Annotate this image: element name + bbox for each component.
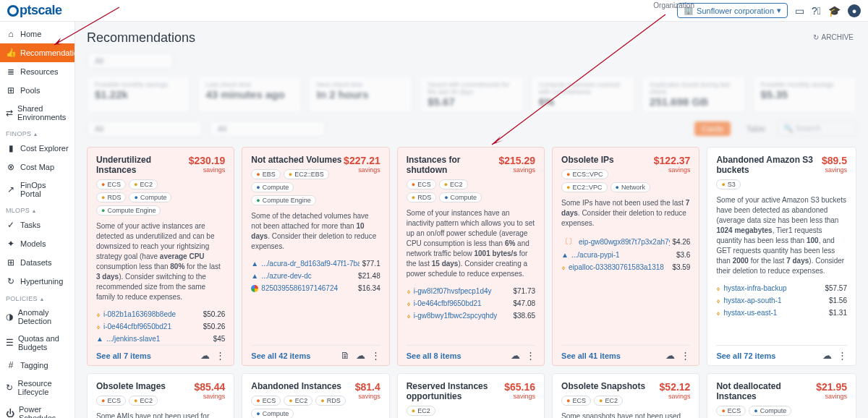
service-tag[interactable]: ● EC2 (439, 179, 468, 189)
document-icon[interactable]: 🗎 (341, 350, 350, 361)
resource-row[interactable]: ▲ .../azure-dev-dc $21.48 (251, 270, 380, 282)
search-input[interactable]: 🔍 Search (777, 120, 856, 137)
cloud-download-icon[interactable]: ☁︎ (822, 350, 832, 361)
sidebar-item-power-schedules[interactable]: ⏻Power Schedules (0, 401, 75, 418)
cloud-download-icon[interactable]: ☁︎ (665, 350, 675, 361)
service-tag[interactable]: ● S3 (716, 179, 740, 189)
service-tag[interactable]: ● Compute (749, 406, 791, 416)
recommendation-card[interactable]: Underutilized Instances ● ECS● EC2● RDS●… (87, 147, 234, 366)
book-icon[interactable]: ▭ (795, 5, 804, 17)
more-icon[interactable]: ⋮ (681, 350, 690, 361)
cloud-download-icon[interactable]: ☁︎ (511, 350, 520, 361)
recommendation-card[interactable]: Obsolete IPs ● ECS::VPC● EC2::VPC● Netwo… (552, 147, 699, 366)
resource-row[interactable]: ⬨ hystax-us-east-1 $1.31 (716, 307, 847, 319)
service-tag[interactable]: ● ECS (407, 179, 436, 189)
sidebar-item-models[interactable]: ✦Models (0, 234, 75, 253)
resource-link[interactable]: ▲ .../acura-dr_8d163af9-47f1-7ba1-ab0c-5… (251, 260, 359, 268)
resource-link[interactable]: 8250395586197146724 (251, 284, 338, 292)
resource-row[interactable]: ⬨ i-0e464cfbf9650bd21 $50.26 (96, 320, 225, 333)
service-tag[interactable]: ● ECS (251, 396, 281, 406)
sidebar-item-cost-map[interactable]: ⊗Cost Map (0, 158, 75, 176)
sidebar-group-finops[interactable]: FinOps (0, 126, 75, 139)
user-avatar[interactable]: ● (848, 4, 861, 17)
resource-row[interactable]: ⬨ i-gw8I2f07hvsfpecp1d4y $71.73 (407, 285, 535, 297)
more-icon[interactable]: ⋮ (526, 350, 535, 361)
sidebar-item-tagging[interactable]: #Tagging (0, 356, 75, 375)
resource-link[interactable]: ▲ .../azure-dev-dc (251, 272, 311, 280)
help-icon[interactable]: ?⃣ (812, 5, 821, 17)
sidebar-item-finops-portal[interactable]: ↗FinOps Portal (0, 176, 75, 202)
sidebar-group-policies[interactable]: Policies (0, 291, 75, 304)
service-tag[interactable]: ● ECS::VPC (561, 169, 608, 179)
recommendation-card[interactable]: Obsolete Images ● ECS● EC2 $85.44 saving… (87, 373, 234, 418)
service-tag[interactable]: ● EC2 (284, 396, 312, 406)
more-icon[interactable]: ⋮ (838, 350, 847, 361)
sidebar-item-shared-environments[interactable]: ⇄Shared Environments (0, 100, 75, 126)
service-tag[interactable]: ● EC2 (129, 396, 158, 406)
service-tag[interactable]: ● ECS (561, 396, 591, 406)
sidebar-item-tasks[interactable]: ✓Tasks (0, 216, 75, 234)
sidebar-item-quotas-and-budgets[interactable]: ☰Quotas and Budgets (0, 330, 75, 356)
recommendation-card[interactable]: Not attached Volumes ● EBS● EC2::EBS● Co… (242, 147, 389, 366)
sidebar-item-datasets[interactable]: ⊞Datasets (0, 253, 75, 272)
recommendation-card[interactable]: Not deallocated Instances ● ECS● Compute… (707, 373, 856, 418)
service-tag[interactable]: ● ECS (96, 396, 126, 406)
sidebar-item-pools[interactable]: ⊞Pools (0, 81, 75, 100)
sidebar-item-hypertuning[interactable]: ↻Hypertuning (0, 272, 75, 291)
service-tag[interactable]: ● Compute (439, 192, 482, 202)
resource-link[interactable]: ⬨ eipalloc-033830761583a1318 (561, 263, 664, 271)
resource-link[interactable]: ⬨ hystax-infra-backup (716, 284, 786, 292)
service-tag[interactable]: ● ECS (96, 179, 126, 189)
service-tag[interactable]: ● ECS (716, 406, 746, 416)
resource-row[interactable]: 〔〕 eip-gw80wgx89t7t7p3x2ah7y $4.26 (561, 234, 690, 249)
logo[interactable]: ptscale (7, 3, 62, 18)
service-tag[interactable]: ● RDS (407, 192, 436, 202)
recommendation-card[interactable]: Abandoned Amazon S3 buckets ● S3 $89.5 s… (707, 147, 856, 366)
service-tag[interactable]: ● Network (610, 182, 650, 192)
resource-row[interactable]: ▲ .../acura-pypi-1 $3.6 (561, 249, 690, 261)
recommendation-card[interactable]: Obsolete Snapshots ● ECS● EC2 $52.12 sav… (552, 373, 699, 418)
resource-row[interactable]: ⬨ i-0e464cfbf9650bd21 $47.08 (407, 297, 535, 310)
service-tag[interactable]: ● Compute Engine (96, 205, 161, 216)
resource-link[interactable]: ⬨ i-gw8I2f07hvsfpecp1d4y (407, 287, 492, 295)
resource-link[interactable]: 〔〕 eip-gw80wgx89t7t7p3x2ah7y (561, 236, 670, 247)
service-tag[interactable]: ● EC2 (594, 396, 623, 406)
service-tag[interactable]: ● Compute (251, 182, 294, 192)
more-icon[interactable]: ⋮ (216, 350, 225, 361)
service-tag[interactable]: ● EC2 (129, 179, 158, 189)
sidebar-group-mlops[interactable]: MLOps (0, 202, 75, 216)
academy-icon[interactable]: 🎓 (828, 5, 841, 17)
service-tag[interactable]: ● Compute Engine (251, 195, 315, 205)
resource-link[interactable]: ▲ .../acura-pypi-1 (561, 251, 620, 259)
see-all-link[interactable]: See all 8 items (407, 351, 461, 360)
resource-row[interactable]: ▲ .../jenkins-slave1 $45 (96, 333, 225, 345)
resource-row[interactable]: ⬨ eipalloc-033830761583a1318 $3.59 (561, 261, 690, 273)
recommendation-card[interactable]: Instances for shutdown ● ECS● EC2● RDS● … (397, 147, 545, 366)
sidebar-item-resources[interactable]: ≣Resources (0, 62, 75, 81)
service-tag[interactable]: ● EC2 (407, 406, 435, 416)
resource-link[interactable]: ⬨ hystax-us-east-1 (716, 309, 777, 317)
service-tag[interactable]: ● EC2::VPC (561, 182, 607, 192)
cloud-download-icon[interactable]: ☁︎ (200, 350, 210, 361)
cloud-download-icon[interactable]: ☁︎ (356, 350, 365, 361)
sidebar-item-resource-lifecycle[interactable]: ↻Resource Lifecycle (0, 375, 75, 401)
see-all-link[interactable]: See all 41 items (561, 351, 621, 360)
service-tag[interactable]: ● RDS (96, 192, 126, 202)
resource-row[interactable]: ⬨ i-082b1a163698b8ede $50.26 (96, 308, 225, 320)
resource-row[interactable]: ▲ .../acura-dr_8d163af9-47f1-7ba1-ab0c-5… (251, 257, 380, 270)
resource-row[interactable]: ⬨ i-gw8bwy1fbwc2spcyqhdy $38.65 (407, 310, 535, 322)
resource-link[interactable]: ⬨ i-gw8bwy1fbwc2spcyqhdy (407, 312, 498, 320)
resource-row[interactable]: ⬨ hystax-infra-backup $57.57 (716, 282, 847, 294)
resource-link[interactable]: ⬨ hystax-ap-south-1 (716, 297, 781, 304)
see-all-link[interactable]: See all 42 items (251, 351, 310, 360)
resource-link[interactable]: ⬨ i-0e464cfbf9650bd21 (96, 323, 171, 330)
service-tag[interactable]: ● Compute (251, 409, 294, 418)
recommendation-card[interactable]: Reserved Instances opportunities ● EC2 $… (397, 373, 545, 418)
sidebar-item-home[interactable]: ⌂Home (0, 25, 75, 43)
service-tag[interactable]: ● Compute (129, 192, 171, 202)
resource-link[interactable]: ⬨ i-0e464cfbf9650bd21 (407, 299, 482, 307)
sidebar-item-anomaly-detection[interactable]: ◑Anomaly Detection (0, 304, 75, 330)
see-all-link[interactable]: See all 7 items (96, 351, 151, 360)
sidebar-item-cost-explorer[interactable]: ▮Cost Explorer (0, 139, 75, 158)
view-cards[interactable]: Cards (694, 121, 730, 136)
